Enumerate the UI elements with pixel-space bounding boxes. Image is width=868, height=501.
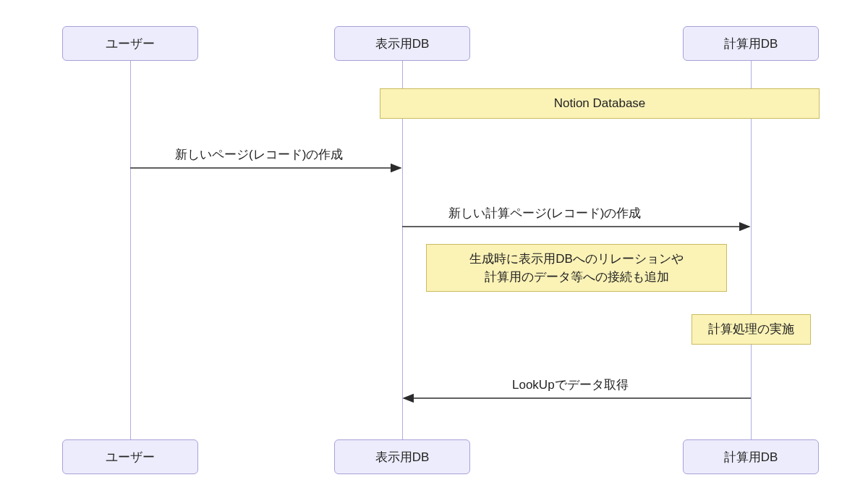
actor-viewdb-bottom: 表示用DB (334, 439, 470, 474)
note-calc-exec: 計算処理の実施 (692, 314, 811, 345)
group-note-label: Notion Database (554, 94, 646, 113)
note-relation-connection: 生成時に表示用DBへのリレーションや 計算用のデータ等への接続も追加 (426, 244, 727, 292)
actor-label: ユーザー (106, 449, 155, 466)
actor-calcdb-bottom: 計算用DB (683, 439, 819, 474)
actor-label: 表示用DB (375, 35, 430, 52)
note-calc-label: 計算処理の実施 (708, 320, 794, 339)
group-note-notion-db: Notion Database (380, 88, 820, 119)
sequence-diagram: ユーザー 表示用DB 計算用DB Notion Database 新しいページ(… (0, 0, 868, 501)
actor-label: ユーザー (106, 35, 155, 52)
actor-label: 表示用DB (375, 449, 430, 466)
actor-viewdb-top: 表示用DB (334, 26, 470, 61)
actor-user-top: ユーザー (62, 26, 198, 61)
actor-user-bottom: ユーザー (62, 439, 198, 474)
lifeline-user (130, 61, 131, 439)
actor-label: 計算用DB (724, 35, 778, 52)
actor-calcdb-top: 計算用DB (683, 26, 819, 61)
actor-label: 計算用DB (724, 449, 778, 466)
msg-label-create-calc-page: 新しい計算ページ(レコード)の作成 (448, 205, 641, 222)
msg-label-create-page: 新しいページ(レコード)の作成 (175, 146, 343, 163)
note-text: 生成時に表示用DBへのリレーションや 計算用のデータ等への接続も追加 (469, 250, 684, 287)
msg-label-lookup: LookUpでデータ取得 (512, 376, 629, 393)
